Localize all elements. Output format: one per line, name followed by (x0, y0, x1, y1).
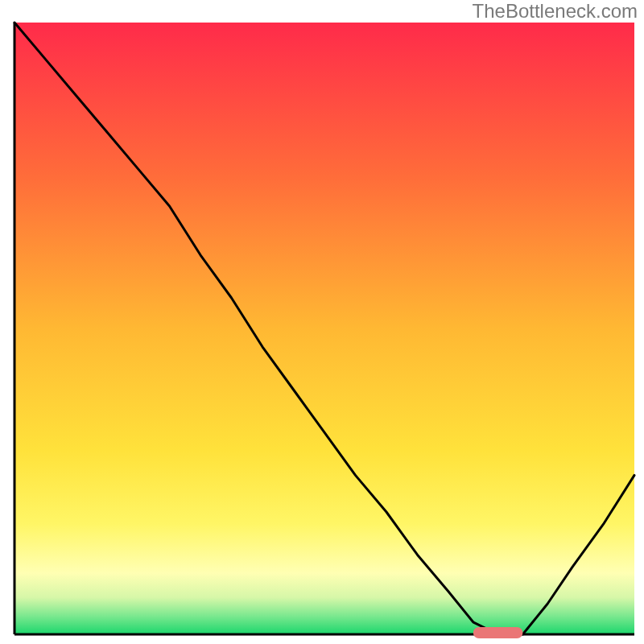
watermark-label: TheBottleneck.com (473, 0, 638, 23)
chart-svg (0, 0, 644, 644)
optimal-marker (473, 627, 523, 638)
plot-background (14, 23, 634, 634)
chart-container: TheBottleneck.com (0, 0, 644, 644)
